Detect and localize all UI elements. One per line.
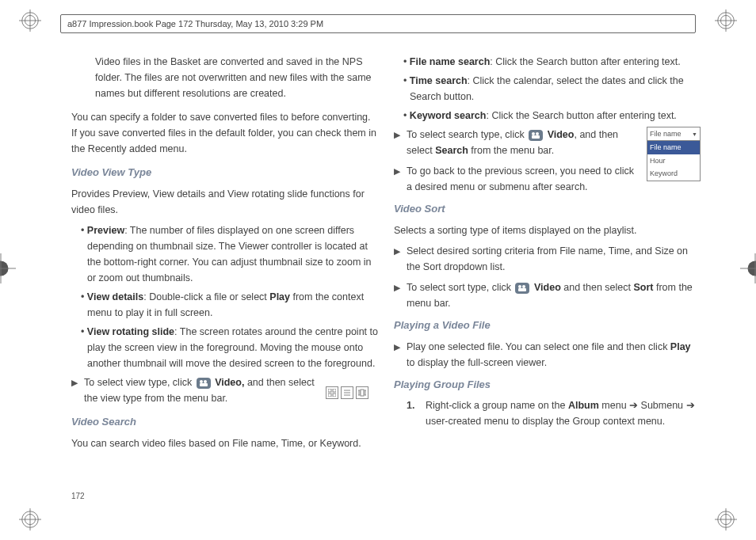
playing-video-heading: Playing a Video File [394, 318, 701, 334]
video-search-desc: You can search video files based on File… [71, 435, 378, 451]
dropdown-body: File name Hour Keyword [647, 141, 700, 180]
svg-rect-25 [328, 389, 331, 392]
svg-rect-34 [365, 390, 366, 395]
slide-icon [356, 386, 368, 399]
preview-label: Preview [87, 225, 124, 236]
dropdown-head-label: File name [650, 128, 682, 139]
intro-flush: You can specify a folder to save convert… [71, 109, 378, 157]
keyword-search-bullet: Keyword search: Click the Search button … [403, 108, 701, 124]
select-search-video: Video [548, 129, 575, 140]
preview-text: : The number of files displayed on one s… [87, 225, 372, 283]
dropdown-opt-filename: File name [647, 141, 700, 154]
preview-bullet: Preview: The number of files displayed o… [81, 222, 378, 286]
svg-point-22 [200, 380, 203, 383]
svg-rect-28 [333, 394, 336, 397]
svg-point-39 [522, 285, 525, 288]
svg-rect-27 [328, 394, 331, 397]
video-camera-icon [197, 378, 211, 389]
svg-rect-37 [532, 135, 540, 139]
sort-select-pre: To select sort type, click [407, 282, 514, 293]
pointer-icon: ▶ [394, 127, 407, 158]
step-number: 1. [407, 397, 426, 429]
svg-rect-40 [518, 288, 526, 291]
page-number: 172 [71, 492, 85, 500]
sort-criteria-text: Select desired sorting criteria from Fil… [407, 243, 697, 275]
video-sort-desc: Selects a sorting type of items displaye… [394, 222, 701, 238]
select-view-pre: To select view type, click [84, 377, 195, 388]
view-details-play: Play [269, 291, 290, 302]
select-search-search: Search [435, 145, 468, 156]
header-text: a877 Impression.book Page 172 Thursday, … [67, 19, 323, 29]
svg-rect-24 [200, 383, 208, 386]
rotating-slide-label: View rotating slide [87, 326, 174, 337]
video-sort-heading: Video Sort [394, 201, 701, 218]
details-icon [341, 386, 353, 399]
sort-criteria-step: ▶ Select desired sorting criteria from F… [394, 243, 701, 275]
dropdown-opt-keyword: Keyword [647, 167, 700, 180]
intro-continued: Video files in the Basket are converted … [95, 54, 378, 101]
filename-search-text: : Click the Search button after entering… [490, 56, 680, 67]
pointer-icon: ▶ [71, 375, 84, 406]
svg-point-35 [532, 132, 535, 135]
go-back-text: To go back to the previous screen, you n… [407, 163, 637, 195]
view-type-icons-row [326, 386, 373, 401]
side-crop-mark-icon [740, 253, 756, 283]
view-details-label: View details [87, 291, 143, 302]
filename-search-bullet: File name search: Click the Search butto… [403, 54, 701, 70]
svg-point-36 [536, 132, 539, 135]
page-content: Video files in the Basket are converted … [71, 54, 701, 508]
svg-point-38 [518, 285, 521, 288]
playing-video-pre: Play one selected file. You can select o… [407, 341, 670, 352]
pointer-icon: ▶ [394, 163, 407, 195]
sort-select-sort: Sort [634, 282, 654, 293]
playing-video-play: Play [670, 341, 691, 352]
pointer-icon: ▶ [394, 280, 407, 311]
group-step-pre: Right-click a group name on the [426, 400, 568, 411]
view-details-pre: : Double-click a file or select [143, 291, 269, 302]
thumbnails-icon [326, 386, 338, 399]
crop-mark-icon [715, 10, 737, 32]
playing-video-step: ▶ Play one selected file. You can select… [394, 339, 701, 371]
select-view-bold: Video, [215, 377, 244, 388]
right-column: File name search: Click the Search butto… [394, 54, 701, 508]
video-view-type-heading: Video View Type [71, 165, 378, 181]
pointer-icon: ▶ [394, 339, 407, 371]
time-search-bullet: Time search: Click the calendar, select … [403, 73, 701, 105]
filename-search-label: File name search [410, 56, 490, 67]
playing-group-heading: Playing Group Files [394, 377, 701, 394]
side-crop-mark-icon [0, 253, 16, 283]
crop-mark-icon [715, 508, 737, 530]
time-search-label: Time search [410, 75, 468, 86]
pointer-icon: ▶ [394, 243, 407, 275]
video-search-heading: Video Search [71, 414, 378, 431]
video-camera-icon [529, 130, 543, 141]
dropdown-opt-hour: Hour [647, 154, 700, 167]
video-view-type-desc: Provides Preview, View details and View … [71, 186, 378, 218]
filename-dropdown-image: File name ▼ File name Hour Keyword [647, 127, 701, 181]
group-step-album: Album [568, 400, 599, 411]
crop-mark-icon [19, 508, 41, 530]
keyword-search-label: Keyword search [410, 110, 487, 121]
svg-point-23 [204, 380, 207, 383]
select-sort-type-step: ▶ To select sort type, click Video and t… [394, 280, 701, 311]
keyword-search-text: : Click the Search button after entering… [486, 110, 676, 121]
svg-rect-32 [361, 390, 364, 396]
video-camera-icon [515, 283, 529, 294]
select-search-post: from the menu bar. [468, 145, 554, 156]
crop-mark-icon [19, 10, 41, 32]
view-details-bullet: View details: Double-click a file or sel… [81, 289, 378, 321]
playing-video-post: to display the full-screen viewer. [407, 357, 547, 368]
rotating-slide-bullet: View rotating slide: The screen rotates … [81, 324, 378, 371]
sort-select-mid: and then select [561, 282, 634, 293]
framemaker-header: a877 Impression.book Page 172 Thursday, … [60, 14, 696, 33]
dropdown-header: File name ▼ [647, 127, 700, 141]
svg-rect-26 [333, 389, 336, 392]
left-column: Video files in the Basket are converted … [71, 54, 378, 508]
svg-rect-33 [358, 390, 360, 395]
select-search-pre: To select search type, click [407, 129, 527, 140]
chevron-down-icon: ▼ [692, 130, 697, 139]
playing-group-step-1: 1. Right-click a group name on the Album… [407, 397, 701, 429]
sort-select-video: Video [534, 282, 561, 293]
